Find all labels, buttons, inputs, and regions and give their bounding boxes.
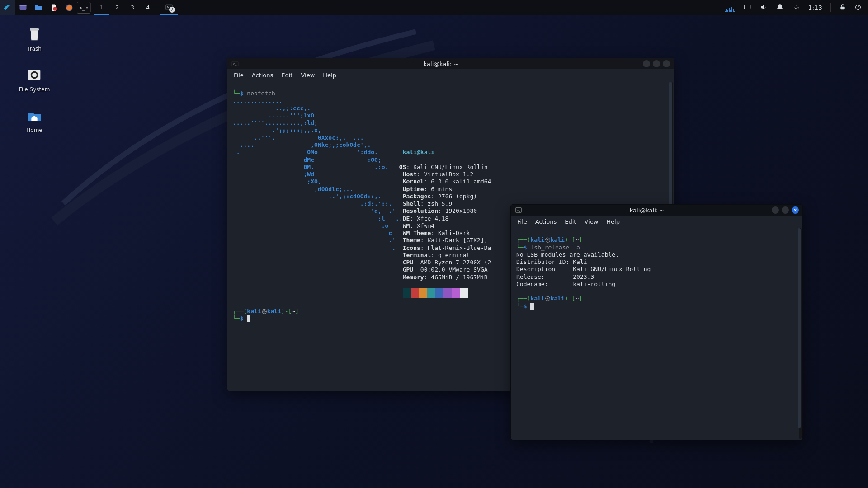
neofetch-userhost: kali@kali — [403, 149, 434, 155]
show-desktop-button[interactable] — [15, 0, 31, 15]
neofetch-color-palette — [403, 288, 468, 298]
prompt-symbol: $ — [240, 90, 244, 97]
file-manager-launcher[interactable] — [31, 0, 46, 15]
filesystem-icon — [25, 66, 44, 84]
cpu-graph-icon[interactable] — [725, 3, 735, 12]
menu-file-1[interactable]: File — [234, 72, 244, 79]
terminal-output-2[interactable]: ┌──(kali㉿kali)-[~] └─$ lsb_release -a No… — [511, 227, 802, 440]
svg-point-2 — [53, 7, 57, 10]
power-icon[interactable] — [854, 4, 862, 12]
svg-point-7 — [795, 6, 797, 9]
svg-rect-12 — [30, 28, 39, 31]
kali-menu-launcher[interactable] — [0, 0, 15, 15]
svg-text:>_: >_ — [516, 208, 520, 212]
titlebar-1[interactable]: >_ kali@kali: ~ — [227, 58, 674, 69]
desktop-trash[interactable]: Trash — [16, 25, 52, 52]
home-folder-icon — [25, 106, 44, 125]
desktop-icons: Trash File System Home — [16, 25, 52, 133]
svg-rect-9 — [840, 6, 844, 9]
desktop-home[interactable]: Home — [16, 106, 52, 133]
notifications-icon[interactable] — [776, 3, 784, 13]
window-title-2: kali@kali: ~ — [523, 207, 772, 214]
workspace-2[interactable]: 2 — [109, 0, 125, 15]
minimize-button-1[interactable] — [643, 60, 650, 67]
desktop-filesystem[interactable]: File System — [16, 66, 52, 93]
workspace-switcher: 1 2 3 4 — [91, 0, 156, 15]
desktop-filesystem-label: File System — [19, 86, 50, 93]
menubar-1: File Actions Edit View Help — [227, 69, 674, 81]
svg-text:>_: >_ — [233, 62, 237, 66]
volume-icon[interactable] — [760, 3, 768, 13]
close-button-2[interactable]: ✕ — [792, 206, 799, 214]
workspace-1[interactable]: 1 — [94, 0, 109, 15]
system-tray: 1:13 — [725, 0, 868, 15]
cursor-2 — [530, 303, 534, 310]
taskbar-item-terminal[interactable]: >_ 2 — [160, 0, 178, 15]
menu-view-1[interactable]: View — [301, 72, 315, 79]
panel-launchers: >_▾ — [0, 0, 90, 15]
menubar-2: File Actions Edit View Help — [511, 216, 802, 227]
terminal-icon: >_ — [231, 60, 239, 68]
maximize-button-2[interactable] — [782, 206, 789, 214]
menu-actions-2[interactable]: Actions — [535, 218, 557, 225]
terminal-window-2[interactable]: >_ kali@kali: ~ ✕ File Actions Edit View… — [510, 204, 803, 440]
workspace-3[interactable]: 3 — [125, 0, 140, 15]
tray-screen-icon[interactable] — [743, 3, 751, 13]
svg-rect-6 — [744, 5, 750, 9]
window-tasklist: >_ 2 — [160, 0, 178, 15]
desktop-trash-label: Trash — [27, 46, 42, 52]
svg-point-8 — [793, 5, 799, 10]
trash-icon — [25, 25, 44, 44]
lock-icon[interactable] — [839, 4, 846, 12]
menu-view-2[interactable]: View — [584, 218, 598, 225]
desktop-home-label: Home — [26, 127, 42, 133]
menu-file-2[interactable]: File — [517, 218, 527, 225]
menu-edit-2[interactable]: Edit — [565, 218, 576, 225]
neofetch-command: neofetch — [247, 90, 275, 97]
maximize-button-1[interactable] — [653, 60, 660, 67]
firefox-launcher[interactable] — [61, 0, 77, 15]
menu-actions-1[interactable]: Actions — [252, 72, 274, 79]
titlebar-2[interactable]: >_ kali@kali: ~ ✕ — [511, 205, 802, 216]
text-editor-launcher[interactable] — [46, 0, 61, 15]
lsb-release-command: lsb_release -a — [530, 244, 580, 251]
menu-help-2[interactable]: Help — [606, 218, 620, 225]
workspace-4[interactable]: 4 — [140, 0, 156, 15]
svg-rect-1 — [20, 5, 27, 6]
terminal-launcher[interactable]: >_▾ — [77, 2, 90, 14]
top-panel: >_▾ 1 2 3 4 >_ 2 1:13 — [0, 0, 868, 15]
window-title-1: kali@kali: ~ — [239, 61, 643, 67]
minimize-button-2[interactable] — [772, 206, 779, 214]
clock[interactable]: 1:13 — [808, 4, 822, 11]
menu-edit-1[interactable]: Edit — [281, 72, 292, 79]
cursor-1 — [247, 315, 250, 322]
task-badge: 2 — [169, 7, 175, 13]
terminal-icon: >_ — [514, 206, 523, 214]
network-icon[interactable] — [792, 3, 800, 13]
menu-help-1[interactable]: Help — [323, 72, 336, 79]
close-button-1[interactable] — [663, 60, 670, 67]
